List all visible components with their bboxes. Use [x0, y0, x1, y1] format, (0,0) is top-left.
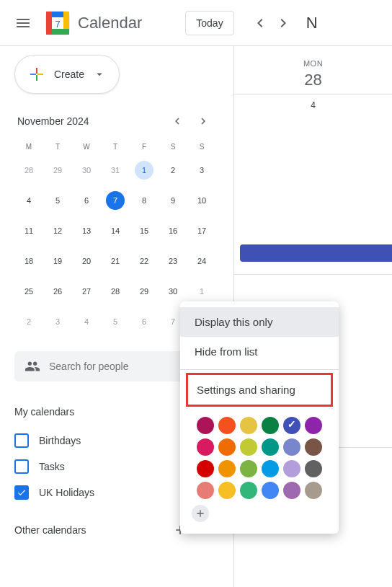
calendar-checkbox[interactable]	[14, 459, 29, 474]
color-swatch[interactable]	[305, 417, 322, 434]
color-swatch[interactable]	[305, 438, 322, 456]
mini-day[interactable]: 18	[14, 246, 43, 276]
dow-label: MON	[234, 59, 392, 68]
color-swatch[interactable]	[240, 482, 257, 499]
mini-day[interactable]: 27	[72, 276, 101, 306]
app-name: Calendar	[78, 14, 142, 32]
color-swatch[interactable]	[262, 438, 279, 456]
mini-day[interactable]: 5	[101, 306, 130, 337]
mini-dow: S	[187, 138, 216, 155]
create-label: Create	[54, 69, 84, 80]
mini-day[interactable]: 2	[159, 155, 187, 185]
mini-day[interactable]: 15	[130, 216, 159, 246]
date-cell[interactable]: 4	[234, 94, 392, 116]
mini-day[interactable]: 13	[72, 216, 101, 246]
mini-prev-month[interactable]	[167, 111, 187, 131]
dropdown-caret-icon	[93, 68, 106, 81]
mini-day[interactable]: 30	[72, 155, 101, 185]
color-swatch[interactable]	[240, 417, 257, 434]
mini-day[interactable]: 6	[130, 306, 159, 337]
mini-day[interactable]: 14	[101, 216, 130, 246]
mini-day[interactable]: 23	[159, 246, 187, 276]
mini-day[interactable]: 3	[187, 155, 216, 185]
mini-day[interactable]: 7	[101, 185, 130, 216]
add-custom-color[interactable]	[192, 505, 209, 522]
menu-display-only[interactable]: Display this only	[180, 307, 339, 337]
mini-day[interactable]: 29	[43, 155, 72, 185]
mini-day[interactable]: 28	[14, 155, 43, 185]
mini-day[interactable]: 31	[101, 155, 130, 185]
mini-day[interactable]: 22	[130, 246, 159, 276]
svg-text:7: 7	[55, 19, 60, 30]
color-swatch[interactable]	[283, 417, 300, 434]
calendar-logo-icon: 7	[43, 9, 72, 37]
color-picker	[180, 408, 339, 505]
mini-day[interactable]: 24	[187, 246, 216, 276]
other-calendars-title[interactable]: Other calendars	[14, 524, 86, 536]
app-logo: 7 Calendar	[43, 9, 142, 37]
mini-month-label: November 2024	[17, 115, 89, 127]
create-button[interactable]: Create	[14, 55, 120, 94]
mini-day[interactable]: 6	[72, 185, 101, 216]
mini-day[interactable]: 17	[187, 216, 216, 246]
color-swatch[interactable]	[240, 438, 257, 456]
color-swatch[interactable]	[218, 417, 236, 434]
chevron-right-icon	[197, 115, 210, 128]
mini-day[interactable]: 2	[14, 306, 43, 337]
color-swatch[interactable]	[283, 438, 300, 456]
mini-day[interactable]: 16	[159, 216, 187, 246]
mini-day[interactable]: 5	[43, 185, 72, 216]
color-swatch[interactable]	[218, 438, 236, 456]
mini-next-month[interactable]	[193, 111, 213, 131]
color-swatch[interactable]	[262, 482, 279, 499]
color-swatch[interactable]	[218, 460, 236, 477]
mini-day[interactable]: 11	[14, 216, 43, 246]
mini-day[interactable]: 4	[14, 185, 43, 216]
date-number[interactable]: 28	[234, 71, 392, 89]
mini-day[interactable]: 19	[43, 246, 72, 276]
color-swatch[interactable]	[262, 417, 279, 434]
plus-icon	[195, 508, 206, 519]
mini-day[interactable]: 3	[43, 306, 72, 337]
mini-dow: F	[130, 138, 159, 155]
mini-day[interactable]: 21	[101, 246, 130, 276]
color-swatch[interactable]	[283, 482, 300, 499]
color-swatch[interactable]	[283, 460, 300, 477]
calendar-name: UK Holidays	[39, 487, 94, 498]
mini-day[interactable]: 1	[130, 155, 159, 185]
event-bar[interactable]	[240, 244, 392, 262]
menu-hide[interactable]: Hide from list	[180, 337, 339, 366]
mini-day[interactable]: 28	[101, 276, 130, 306]
next-period-button[interactable]	[272, 12, 295, 35]
mini-day[interactable]: 10	[187, 185, 216, 216]
mini-day[interactable]: 25	[14, 276, 43, 306]
calendar-checkbox[interactable]	[14, 485, 29, 500]
chevron-left-icon	[171, 115, 184, 128]
color-swatch[interactable]	[262, 460, 279, 477]
mini-dow: S	[159, 138, 187, 155]
color-swatch[interactable]	[218, 482, 236, 499]
today-button[interactable]: Today	[185, 11, 233, 35]
color-swatch[interactable]	[197, 417, 214, 434]
color-swatch[interactable]	[197, 482, 214, 499]
mini-day[interactable]: 20	[72, 246, 101, 276]
prev-period-button[interactable]	[249, 12, 272, 35]
menu-settings-sharing[interactable]: Settings and sharing	[188, 375, 331, 405]
mini-dow: W	[72, 138, 101, 155]
color-swatch[interactable]	[240, 460, 257, 477]
mini-day[interactable]: 4	[72, 306, 101, 337]
color-swatch[interactable]	[197, 460, 214, 477]
mini-day[interactable]: 9	[159, 185, 187, 216]
calendar-name: Birthdays	[39, 435, 81, 446]
color-swatch[interactable]	[305, 460, 322, 477]
mini-day[interactable]: 26	[43, 276, 72, 306]
app-header: 7 Calendar Today N	[0, 0, 392, 46]
mini-day[interactable]: 29	[130, 276, 159, 306]
calendar-checkbox[interactable]	[14, 433, 29, 448]
color-swatch[interactable]	[197, 438, 214, 456]
mini-day[interactable]: 12	[43, 216, 72, 246]
color-swatch[interactable]	[305, 482, 322, 499]
main-menu-button[interactable]	[6, 6, 40, 40]
mini-day[interactable]: 8	[130, 185, 159, 216]
current-month-label: N	[306, 14, 318, 32]
